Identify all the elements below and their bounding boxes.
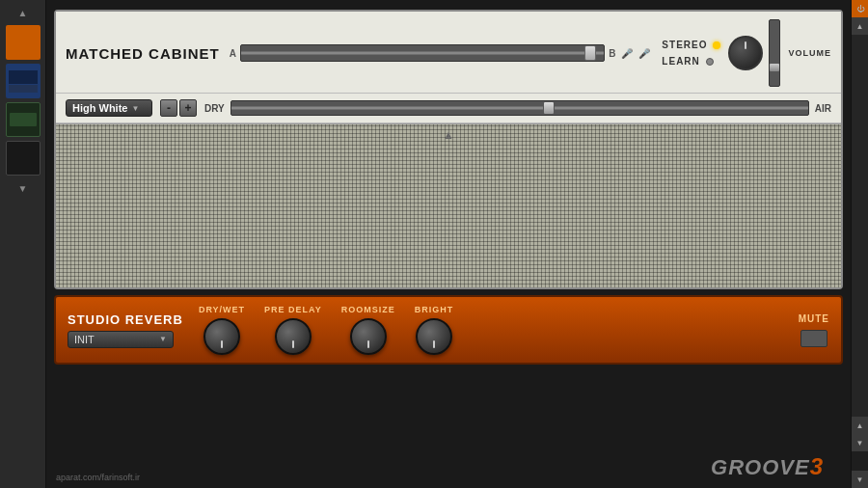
air-label: AIR (815, 103, 831, 114)
grille-arrow-icon: ▲ (443, 128, 454, 142)
studio-reverb-plugin: STUDIO REVERB INIT ▼ DRY/WET PRE DELAY R… (54, 295, 843, 365)
mute-label: MUTE (799, 313, 829, 324)
dry-air-thumb (543, 101, 555, 115)
sidebar-item-3[interactable] (6, 102, 41, 137)
mic-icon-1: 🎤 (619, 45, 635, 61)
knob-group-roomsize: ROOMSIZE (341, 305, 395, 355)
mute-button[interactable] (800, 330, 827, 347)
knob-predelay[interactable] (275, 318, 312, 355)
cabinet-title: MATCHED CABINET (66, 45, 220, 62)
sidebar-scroll-up[interactable]: ▲ (6, 4, 41, 21)
sidebar-item-1[interactable] (6, 25, 41, 60)
scroll-up-button[interactable]: ▲ (852, 17, 869, 35)
knob-label-predelay: PRE DELAY (264, 305, 322, 314)
reverb-left: STUDIO REVERB INIT ▼ (68, 312, 183, 348)
volume-section (728, 19, 780, 87)
reverb-dropdown-arrow-icon: ▼ (159, 335, 167, 343)
watermark-text: aparat.com/farinsoft.ir (56, 473, 140, 482)
ab-slider-container: A B 🎤 🎤 (230, 44, 653, 62)
ab-slider-track (241, 52, 604, 55)
knob-drywet[interactable] (203, 318, 240, 355)
sidebar-item-2[interactable] (6, 64, 41, 98)
left-sidebar: ▲ ▼ (0, 0, 46, 488)
knob-group-bright: BRIGHT (415, 305, 454, 355)
scroll-track[interactable] (852, 35, 869, 417)
reverb-right: MUTE (799, 313, 829, 347)
reverb-preset-dropdown[interactable]: INIT ▼ (68, 331, 174, 348)
volume-fader[interactable] (769, 19, 780, 87)
dropdown-arrow-icon: ▼ (131, 104, 139, 113)
stereo-row: STEREO (662, 40, 720, 50)
right-scrollbar: ⏻ ▲ ▲ ▼ ▼ (851, 0, 868, 488)
power-button[interactable]: ⏻ (852, 0, 869, 17)
sidebar-scroll-down[interactable]: ▼ (6, 179, 41, 197)
preset-name: High White (72, 102, 127, 114)
volume-fader-thumb (770, 64, 779, 71)
stereo-label: STEREO (662, 40, 707, 50)
ab-slider-thumb (584, 45, 596, 61)
scroll-small-up[interactable]: ▲ (852, 417, 869, 434)
groove3-logo-text: GROOVE (711, 455, 810, 479)
learn-led[interactable] (706, 58, 714, 66)
right-controls: STEREO LEARN (662, 19, 831, 87)
knob-group-predelay: PRE DELAY (264, 305, 322, 355)
ab-label-a: A (230, 48, 236, 59)
stereo-learn: STEREO LEARN (662, 40, 720, 67)
dry-label: DRY (204, 103, 225, 114)
ab-slider[interactable] (240, 44, 605, 62)
knob-roomsize[interactable] (350, 318, 387, 355)
main-content: MATCHED CABINET A B 🎤 🎤 (46, 0, 851, 488)
knob-label-bright: BRIGHT (415, 305, 454, 314)
reverb-title: STUDIO REVERB (68, 312, 183, 327)
sidebar-item-4[interactable] (6, 141, 41, 176)
preset-dropdown[interactable]: High White ▼ (66, 99, 152, 117)
plus-button[interactable]: + (179, 99, 197, 117)
ab-icons: 🎤 🎤 (619, 45, 652, 61)
minus-plus-buttons: - + (160, 99, 197, 117)
speaker-grille: ▲ (56, 123, 841, 287)
dry-air-track (231, 107, 808, 110)
reverb-knobs: DRY/WET PRE DELAY ROOMSIZE BRIGHT (199, 305, 453, 355)
knob-bright[interactable] (416, 318, 452, 355)
dry-air-slider[interactable] (231, 100, 809, 116)
learn-row: LEARN (662, 56, 720, 67)
ab-label-b: B (609, 48, 615, 59)
stereo-led (713, 41, 720, 49)
knob-label-drywet: DRY/WET (199, 305, 245, 314)
learn-label: LEARN (662, 56, 699, 67)
volume-knob[interactable] (728, 36, 763, 70)
cabinet-controls-bar: High White ▼ - + DRY AIR (56, 94, 841, 123)
scroll-down-button[interactable]: ▼ (852, 471, 869, 488)
knob-label-roomsize: ROOMSIZE (341, 305, 395, 314)
mic-icon-2: 🎤 (637, 45, 652, 61)
minus-button[interactable]: - (160, 99, 177, 117)
groove3-logo: GROOVE3 (711, 453, 824, 480)
cabinet-top-bar: MATCHED CABINET A B 🎤 🎤 (56, 12, 841, 94)
scroll-small-down[interactable]: ▼ (852, 434, 869, 451)
groove3-logo-number: 3 (810, 453, 824, 479)
matched-cabinet-plugin: MATCHED CABINET A B 🎤 🎤 (54, 10, 843, 289)
knob-group-drywet: DRY/WET (199, 305, 245, 355)
dry-air-slider-container: DRY AIR (204, 100, 831, 116)
bottom-area: aparat.com/farinsoft.ir GROOVE3 (46, 370, 851, 488)
reverb-preset-name: INIT (74, 334, 95, 345)
volume-label: VOLUME (788, 48, 831, 58)
